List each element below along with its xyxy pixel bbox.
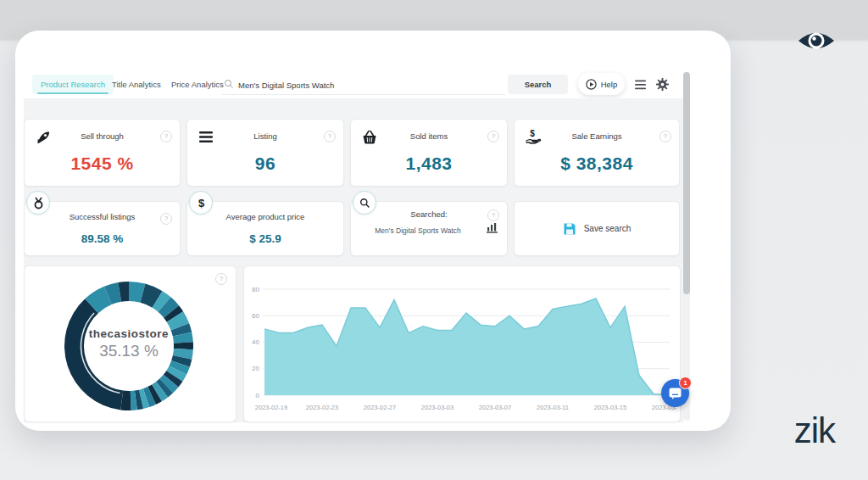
stat-label: Sold items [371,131,487,141]
help-label: Help [601,80,618,89]
gear-icon[interactable] [656,78,669,91]
dollar-icon: $ [195,197,208,209]
scrollbar-thumb[interactable] [683,72,690,294]
tab-title-analytics[interactable]: Title Analytics [103,75,170,94]
chat-notification-badge: 1 [679,377,692,389]
save-search-label: Save search [584,224,632,233]
question-icon[interactable]: ? [160,213,172,225]
stat-card-sale-earnings: $ Sale Earnings ? $ 38,384 [514,119,680,187]
stat-value: 96 [187,153,343,174]
question-icon[interactable]: ? [160,131,172,142]
svg-text:$: $ [198,197,204,209]
stat-value: $ 25.9 [187,232,343,245]
stat-value: 1545 % [25,153,180,174]
search-icon [224,79,234,89]
stat-label: Listing [208,131,323,141]
stat-value: 1,483 [351,153,507,174]
zik-logo: zik [794,410,835,451]
stat-card-listing: Listing ? 96 [186,119,344,187]
svg-text:40: 40 [252,338,259,346]
search-input[interactable]: Men's Digital Sports Watch [238,81,501,90]
svg-text:2023-03-03: 2023-03-03 [421,404,453,411]
help-play-icon [586,79,597,90]
svg-text:20: 20 [252,365,259,372]
question-icon[interactable]: ? [659,131,671,142]
medal-badge [26,191,50,215]
tab-price-analytics[interactable]: Price Analytics [163,75,232,94]
save-search-card[interactable]: Save search [514,201,680,256]
chat-icon [669,388,682,399]
page: zik Product Research Title Analytics Pri… [0,0,868,480]
stat-label: Sale Earnings [535,131,659,141]
sales-trend-area-chart[interactable]: 0204060802023-02-192023-02-232023-02-272… [246,276,676,418]
save-icon [563,222,576,236]
menu-lines-icon[interactable] [635,80,647,90]
svg-text:2023-03-07: 2023-03-07 [479,404,511,411]
svg-text:2023-02-23: 2023-02-23 [306,404,338,411]
eye-logo-icon [793,22,839,59]
svg-text:2023-02-19: 2023-02-19 [255,404,287,411]
svg-text:2023-02-27: 2023-02-27 [364,404,396,411]
stat-value: 89.58 % [25,232,180,245]
stat-value: $ 38,384 [515,153,679,174]
magnifier-icon [359,198,370,209]
svg-text:2023-03-15: 2023-03-15 [594,404,626,411]
svg-text:60: 60 [252,312,259,320]
competitors-donut-chart[interactable] [61,278,197,414]
help-button[interactable]: Help [578,73,625,95]
search-button[interactable]: Search [508,75,568,94]
tab-product-research[interactable]: Product Research [32,75,114,94]
bar-chart-icon[interactable] [487,222,498,233]
question-icon[interactable]: ? [487,131,499,142]
magnifier-badge [353,191,376,215]
stat-card-sell-through: Sell through ? 1545 % [24,119,181,187]
question-icon[interactable]: ? [487,209,499,221]
stat-label: Successful listings [70,212,136,221]
stat-card-sold-items: Sold items ? 1,483 [350,119,508,187]
stat-label: Searched: [410,209,447,219]
stat-label: Average product price [226,212,305,221]
medal-icon [32,197,45,209]
search-input-underline [222,93,505,95]
searched-term: Men's Digital Sports Watch [359,226,476,235]
question-icon[interactable]: ? [215,273,227,285]
svg-text:0: 0 [256,392,260,399]
dollar-badge: $ [189,191,213,215]
svg-text:80: 80 [252,286,259,293]
svg-text:2023-03-11: 2023-03-11 [537,404,569,411]
stat-label: Sell through [45,131,159,141]
question-icon[interactable]: ? [324,131,336,142]
